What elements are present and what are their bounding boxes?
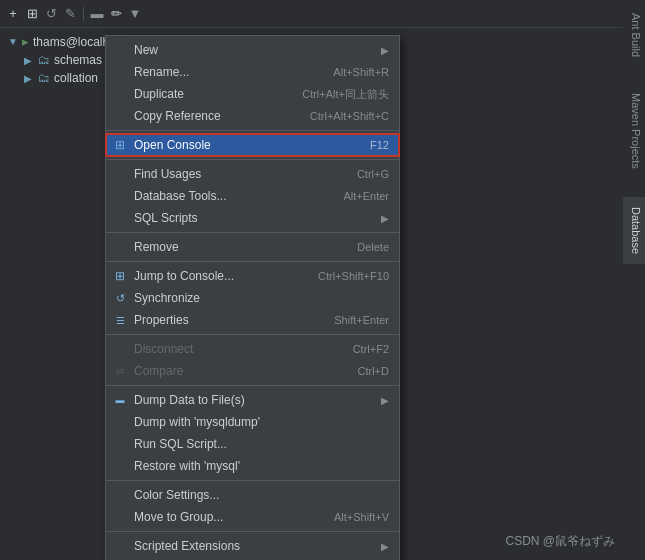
collation-folder-icon: 🗂 bbox=[38, 71, 50, 85]
view-icon[interactable]: ▬ bbox=[89, 6, 105, 22]
menu-item-new[interactable]: New ▶ bbox=[106, 39, 399, 61]
menu-item-copy-reference[interactable]: Copy Reference Ctrl+Alt+Shift+C bbox=[106, 105, 399, 127]
refresh-icon[interactable]: ↺ bbox=[43, 6, 59, 22]
menu-item-disconnect: Disconnect Ctrl+F2 bbox=[106, 338, 399, 360]
sql-scripts-submenu-arrow: ▶ bbox=[381, 213, 389, 224]
collation-label: collation bbox=[54, 71, 98, 85]
menu-item-properties[interactable]: ☰ Properties Shift+Enter bbox=[106, 309, 399, 331]
right-panel: Ant Build Maven Projects Database bbox=[623, 0, 645, 560]
menu-item-dump-data[interactable]: ▬ Dump Data to File(s) ▶ bbox=[106, 389, 399, 411]
watermark: CSDN @鼠爷ねずみ bbox=[505, 533, 615, 550]
pen-icon[interactable]: ✏ bbox=[108, 6, 124, 22]
separator-3 bbox=[106, 232, 399, 233]
open-console-icon: ⊞ bbox=[112, 137, 128, 153]
menu-item-move-to-group[interactable]: Move to Group... Alt+Shift+V bbox=[106, 506, 399, 528]
separator-1 bbox=[106, 130, 399, 131]
separator-2 bbox=[106, 159, 399, 160]
menu-item-open-console[interactable]: ⊞ Open Console F12 bbox=[106, 134, 399, 156]
menu-item-restore-mysql[interactable]: Restore with 'mysql' bbox=[106, 455, 399, 477]
menu-item-compare: ⇌ Compare Ctrl+D bbox=[106, 360, 399, 382]
schemas-arrow: ▶ bbox=[24, 55, 34, 66]
menu-item-jump-to-console[interactable]: ⊞ Jump to Console... Ctrl+Shift+F10 bbox=[106, 265, 399, 287]
menu-item-dump-mysqldump[interactable]: Dump with 'mysqldump' bbox=[106, 411, 399, 433]
separator-5 bbox=[106, 334, 399, 335]
compare-icon: ⇌ bbox=[112, 363, 128, 379]
sync-icon: ↺ bbox=[112, 290, 128, 306]
add-icon[interactable]: + bbox=[5, 6, 21, 22]
collation-arrow: ▶ bbox=[24, 73, 34, 84]
separator-7 bbox=[106, 480, 399, 481]
menu-item-synchronize[interactable]: ↺ Synchronize bbox=[106, 287, 399, 309]
menu-item-rename[interactable]: Rename... Alt+Shift+R bbox=[106, 61, 399, 83]
ant-build-tab[interactable]: Ant Build bbox=[623, 5, 645, 65]
menu-item-find-usages[interactable]: Find Usages Ctrl+G bbox=[106, 163, 399, 185]
menu-item-database-tools[interactable]: Database Tools... Alt+Enter bbox=[106, 185, 399, 207]
menu-item-scripted-extensions[interactable]: Scripted Extensions ▶ bbox=[106, 535, 399, 557]
schemas-label: schemas bbox=[54, 53, 102, 67]
maven-tab[interactable]: Maven Projects bbox=[623, 85, 645, 177]
separator-6 bbox=[106, 385, 399, 386]
grid-icon[interactable]: ⊞ bbox=[24, 6, 40, 22]
menu-item-remove[interactable]: Remove Delete bbox=[106, 236, 399, 258]
jump-console-icon: ⊞ bbox=[112, 268, 128, 284]
dump-submenu-arrow: ▶ bbox=[381, 395, 389, 406]
menu-item-sql-scripts[interactable]: SQL Scripts ▶ bbox=[106, 207, 399, 229]
schemas-folder-icon: 🗂 bbox=[38, 53, 50, 67]
separator-4 bbox=[106, 261, 399, 262]
database-tab[interactable]: Database bbox=[623, 197, 645, 264]
expand-arrow: ▼ bbox=[8, 36, 18, 47]
scripted-extensions-submenu-arrow: ▶ bbox=[381, 541, 389, 552]
menu-item-duplicate[interactable]: Duplicate Ctrl+Alt+同上箭头 bbox=[106, 83, 399, 105]
separator-8 bbox=[106, 531, 399, 532]
separator bbox=[83, 7, 84, 21]
filter-icon[interactable]: ▼ bbox=[127, 6, 143, 22]
toolbar: + ⊞ ↺ ✎ ▬ ✏ ▼ bbox=[0, 0, 623, 28]
submenu-arrow: ▶ bbox=[381, 45, 389, 56]
menu-item-run-sql[interactable]: Run SQL Script... bbox=[106, 433, 399, 455]
properties-icon: ☰ bbox=[112, 312, 128, 328]
menu-item-color-settings[interactable]: Color Settings... bbox=[106, 484, 399, 506]
edit-icon[interactable]: ✎ bbox=[62, 6, 78, 22]
context-menu: New ▶ Rename... Alt+Shift+R Duplicate Ct… bbox=[105, 35, 400, 560]
server-icon: ▸ bbox=[22, 34, 29, 49]
dump-icon: ▬ bbox=[112, 392, 128, 408]
